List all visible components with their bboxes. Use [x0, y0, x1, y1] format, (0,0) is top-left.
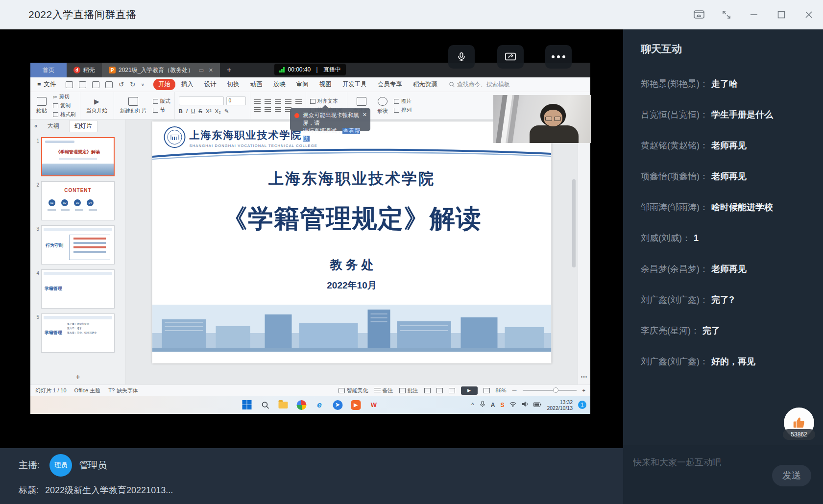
undo-icon[interactable]: ↺ [119, 81, 124, 88]
tab-home[interactable]: 首页 [30, 63, 67, 77]
missing-font-warning[interactable]: T? 缺失字体 [108, 387, 138, 394]
zoom-percent[interactable]: 86% [496, 387, 507, 393]
redo-icon[interactable]: ↻ [130, 81, 135, 88]
preview-icon[interactable] [105, 81, 113, 88]
file-menu[interactable]: ≡ 文件 [30, 80, 61, 89]
align-text-button[interactable]: 对齐文本 [310, 98, 343, 105]
wps-icon[interactable]: W [368, 400, 379, 410]
close-icon[interactable] [803, 9, 814, 20]
line-spacing-icon[interactable] [275, 107, 281, 112]
align-left-icon[interactable] [254, 99, 261, 104]
slide-thumbnail-5[interactable]: 学籍管理 第七章：休学与复学 第八章：退学 第九章：毕业、结业与肄业 [41, 313, 115, 353]
align-center-icon[interactable] [265, 99, 271, 104]
subscript-button[interactable]: X₂ [215, 108, 221, 114]
browser-icon[interactable] [296, 400, 307, 410]
slide-thumbnail-3[interactable]: 行为守则 [41, 225, 115, 264]
add-slide-button[interactable]: + [30, 373, 125, 382]
slideshow-play-button[interactable]: ▶ [461, 386, 478, 395]
new-doc-icon[interactable] [66, 81, 73, 88]
normal-view-icon[interactable] [424, 388, 431, 393]
ribbon-tab-docer-res[interactable]: 稻壳资源 [408, 79, 442, 90]
pip-window-icon[interactable] [694, 9, 704, 20]
font-size-select[interactable]: 0 [226, 96, 246, 105]
tray-chevron-icon[interactable]: ^ [471, 402, 474, 408]
vertical-scrollbar[interactable] [572, 179, 576, 267]
fullscreen-icon[interactable] [721, 9, 732, 20]
theme-name[interactable]: Office 主题 [74, 387, 101, 394]
zoom-in-icon[interactable]: + [582, 387, 585, 393]
more-options-button[interactable] [545, 45, 572, 69]
meeting-app-icon[interactable]: ▶ [350, 400, 361, 410]
ribbon-tab-slideshow[interactable]: 放映 [268, 79, 290, 90]
ie-icon[interactable]: e [314, 400, 325, 410]
file-explorer-icon[interactable] [278, 400, 289, 410]
tab-slides[interactable]: 幻灯片 [69, 120, 97, 132]
smart-beautify-button[interactable]: 智能美化 [339, 387, 368, 394]
tooltip-close-icon[interactable]: ✕ [363, 111, 367, 119]
taskbar-search-icon[interactable] [260, 400, 270, 410]
highlight-button[interactable]: ✎ [224, 108, 229, 115]
tab-document[interactable]: P 2021级_入学教育（教务处） ▭ ✕ [102, 63, 220, 77]
slide-thumbnail-2[interactable]: CONTENT 0102 0304 [41, 181, 115, 220]
italic-button[interactable]: I [186, 108, 188, 114]
print-icon[interactable] [92, 81, 99, 88]
picture-button[interactable]: 图片 [394, 98, 412, 105]
notification-badge[interactable]: 1 [578, 401, 586, 409]
cut-button[interactable]: ✂剪切 [53, 94, 76, 100]
sidebar-more-icon[interactable]: ••• [578, 374, 590, 380]
voice-button[interactable] [448, 45, 475, 69]
start-button[interactable] [242, 400, 252, 410]
tray-mic-icon[interactable] [480, 401, 485, 409]
copy-button[interactable]: 复制 [53, 102, 76, 109]
cloud-drive-icon[interactable]: ➤ [332, 400, 343, 410]
tray-volume-icon[interactable] [522, 401, 528, 408]
align-right-icon[interactable] [275, 99, 281, 104]
current-slide[interactable]: 上海东海职业技术学院 SHANGHAI DONGHAI VOCATIONAL T… [152, 121, 552, 363]
save-icon[interactable] [79, 81, 86, 88]
zoom-out-icon[interactable]: — [512, 388, 517, 393]
chat-message-list[interactable]: 郑艳景(郑艳景)：走了哈 吕宽恒(吕宽恒)：学生手册是什么 黄赵铭(黄赵铭)：老… [641, 78, 813, 387]
indent-decrease-icon[interactable] [254, 107, 261, 112]
tray-battery-icon[interactable] [533, 402, 541, 408]
zoom-slider[interactable] [523, 390, 577, 391]
chat-input[interactable] [633, 455, 765, 470]
ribbon-tab-animation[interactable]: 动画 [245, 79, 267, 90]
shapes-button[interactable]: 形状 [375, 97, 390, 115]
zoom-slider-handle[interactable] [553, 387, 558, 393]
paste-button[interactable]: 粘贴 [34, 97, 49, 115]
tray-wifi-icon[interactable] [509, 402, 516, 408]
host-avatar[interactable]: 理员 [49, 454, 72, 477]
ribbon-tab-design[interactable]: 设计 [199, 79, 221, 90]
reading-view-icon[interactable] [449, 388, 455, 393]
fit-slide-icon[interactable] [484, 388, 490, 393]
close-tab-icon[interactable]: ✕ [209, 67, 213, 73]
ribbon-tab-start[interactable]: 开始 [153, 79, 175, 90]
collapse-panel-icon[interactable]: « [34, 122, 38, 129]
columns-icon[interactable] [295, 99, 302, 104]
minimize-icon[interactable] [749, 9, 759, 20]
send-button[interactable]: 发送 [772, 465, 811, 486]
tab-docer[interactable]: d 稻壳 [67, 63, 102, 77]
section-button[interactable]: 节 [153, 107, 170, 114]
notes-button[interactable]: 备注 [374, 387, 393, 394]
slide-thumbnail-1[interactable]: 《学籍管理规定》解读 [41, 137, 115, 176]
maximize-icon[interactable] [776, 9, 787, 20]
ribbon-tab-view[interactable]: 视图 [315, 79, 337, 90]
like-widget[interactable]: 53862 [783, 408, 815, 445]
ribbon-tab-devtools[interactable]: 开发工具 [338, 79, 372, 90]
underline-button[interactable]: U [191, 108, 195, 114]
superscript-button[interactable]: X² [206, 108, 212, 114]
comments-button[interactable]: 批注 [399, 387, 418, 394]
command-search[interactable]: 查找命令、搜索模板 [449, 80, 510, 89]
layout-button[interactable]: 版式 [153, 98, 170, 105]
bold-button[interactable]: B [179, 108, 183, 114]
share-screen-button[interactable] [497, 45, 524, 69]
new-slide-button[interactable]: 新建幻灯片 [118, 97, 149, 115]
tray-sogou-icon[interactable]: S [500, 402, 504, 408]
ribbon-tab-review[interactable]: 审阅 [291, 79, 314, 90]
tray-ime-icon[interactable]: A [491, 402, 495, 408]
strikethrough-button[interactable]: S [198, 108, 202, 114]
presenter-webcam[interactable] [493, 95, 591, 143]
play-from-current-button[interactable]: ▶ 当页开始 [84, 97, 110, 114]
slide-thumbnail-4[interactable]: 学籍管理 [41, 269, 115, 309]
